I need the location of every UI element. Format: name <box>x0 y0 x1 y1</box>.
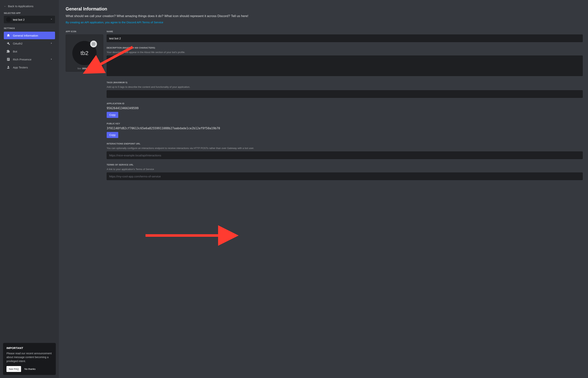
selected-app-name: test bot 2 <box>13 18 50 21</box>
important-title: IMPORTANT <box>6 346 52 350</box>
important-actions: See FAQ No thanks <box>6 366 52 372</box>
app-icon-initials: tb2 <box>81 50 88 56</box>
sidebar-item-label: OAuth2 <box>13 42 23 45</box>
sidebar-item-oauth2[interactable]: OAuth2 <box>4 40 55 47</box>
application-id-label: APPLICATION ID <box>107 102 583 105</box>
upload-image-icon[interactable] <box>90 40 97 47</box>
home-icon <box>6 34 10 37</box>
sidebar-item-general-information[interactable]: General Information <box>4 32 55 39</box>
puzzle-icon <box>6 50 10 53</box>
size-prefix: Size: <box>77 68 82 69</box>
chevron-right-icon <box>50 58 53 61</box>
sidebar-item-label: General Information <box>13 34 38 37</box>
description-label: DESCRIPTION (MAXIMUM 400 CHARACTERS) <box>107 47 583 49</box>
tos-url-label: TERMS OF SERVICE URL <box>107 164 583 166</box>
back-to-applications-link[interactable]: ← Back to Applications <box>2 3 57 10</box>
icon-and-name-row: APP ICON tb2 Size: 1024x1024 NAME DES <box>66 30 583 185</box>
interactions-endpoint-label: INTERACTIONS ENDPOINT URL <box>107 143 583 145</box>
public-key-label: PUBLIC KEY <box>107 122 583 125</box>
app-icon-size-hint: Size: 1024x1024 <box>77 68 91 69</box>
settings-heading: SETTINGS <box>2 26 57 30</box>
document-icon <box>6 57 10 61</box>
interactions-endpoint-help: You can optionally configure an interact… <box>107 147 583 149</box>
sidebar-item-label: Bot <box>13 50 17 53</box>
settings-nav: General Information OAuth2 Bot Rich Pres… <box>2 30 57 72</box>
back-label: Back to Applications <box>8 5 33 8</box>
chevron-down-icon <box>50 18 53 21</box>
sidebar-item-rich-presence[interactable]: Rich Presence <box>4 55 55 63</box>
sidebar: ← Back to Applications SELECTED APP test… <box>0 0 59 378</box>
page-subtitle: What should we call your creation? What … <box>66 14 583 18</box>
important-body: Please read our recent announcement abou… <box>6 351 52 363</box>
page-title: General Information <box>66 6 583 12</box>
arrow-left-icon: ← <box>4 5 6 8</box>
app-icon-preview: tb2 <box>72 41 97 65</box>
important-announcement-box: IMPORTANT Please read our recent announc… <box>3 343 56 375</box>
app-icon-uploader[interactable]: tb2 Size: 1024x1024 <box>66 35 103 72</box>
selected-app-heading: SELECTED APP <box>2 10 57 15</box>
copy-application-id-button[interactable]: Copy <box>107 112 118 118</box>
copy-public-key-button[interactable]: Copy <box>107 132 118 138</box>
tos-url-help: A link to your application's Terms of Se… <box>107 168 583 171</box>
main-content: General Information What should we call … <box>59 0 588 378</box>
size-value: 1024x1024 <box>82 68 91 69</box>
selected-app-dropdown[interactable]: test bot 2 <box>4 16 55 23</box>
tags-input[interactable] <box>107 90 583 98</box>
sidebar-item-app-testers[interactable]: App Testers <box>4 64 55 71</box>
sidebar-item-label: Rich Presence <box>13 58 31 61</box>
app-avatar-icon <box>6 17 11 22</box>
tos-url-input[interactable] <box>107 173 583 180</box>
description-help: Your description will appear in the Abou… <box>107 51 583 54</box>
sidebar-item-bot[interactable]: Bot <box>4 48 55 55</box>
tags-help: Add up to 5 tags to describe the content… <box>107 85 583 88</box>
see-faq-button[interactable]: See FAQ <box>6 366 21 372</box>
tags-label: TAGS (MAXIMUM 5) <box>107 81 583 84</box>
sidebar-item-label: App Testers <box>13 66 28 69</box>
no-thanks-button[interactable]: No thanks <box>25 368 36 370</box>
interactions-endpoint-input[interactable] <box>107 151 583 159</box>
app-icon-label: APP ICON <box>66 30 103 33</box>
chevron-right-icon <box>50 42 53 45</box>
person-icon <box>6 65 10 69</box>
name-label: NAME <box>107 30 583 33</box>
public-key-value: 3f01140fd82cf70613c65e6a82559911088b27aa… <box>107 127 583 130</box>
application-id-value: 956264413466349599 <box>107 107 583 110</box>
name-input[interactable] <box>107 35 583 42</box>
wrench-icon <box>6 41 10 45</box>
tos-agreement-link[interactable]: By creating an API application, you agre… <box>66 21 163 24</box>
description-input[interactable] <box>107 55 583 76</box>
